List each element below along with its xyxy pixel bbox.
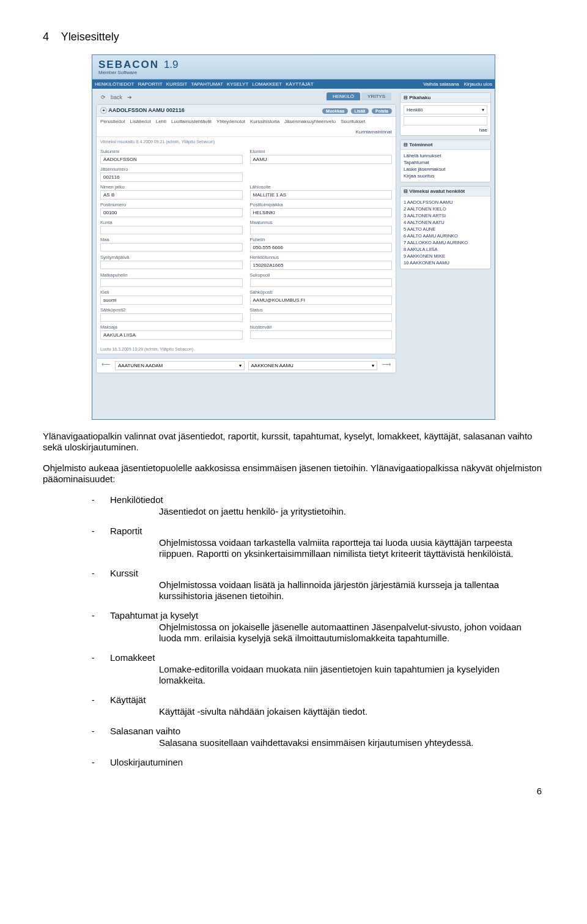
recent-item[interactable]: 6 AALTO AAMU AURINKO: [404, 233, 487, 239]
tab-henkilo[interactable]: HENKILÖ: [327, 92, 360, 100]
bullet-dash: -: [92, 758, 110, 767]
bullet-dash: -: [92, 653, 110, 663]
action-poista[interactable]: Poista: [372, 108, 392, 114]
next-arrow-icon[interactable]: ⟶: [381, 361, 392, 370]
list-item-name: Kurssit: [110, 568, 138, 578]
subtab-yhteydenotot[interactable]: Yhteydenotot: [216, 119, 245, 124]
expand-icon[interactable]: +: [100, 107, 107, 114]
nav-kayttajat[interactable]: KÄYTTÄJÄT: [286, 81, 313, 87]
action-muokkaa[interactable]: Muokkaa: [322, 108, 348, 114]
page-heading: 4 Yleisesittely: [43, 31, 544, 43]
list-item-desc: Ohjelmistossa voidaan tarkastella valmii…: [159, 537, 544, 559]
field-value: [100, 313, 243, 322]
actions-title: ⊟ Toiminnot: [401, 140, 490, 150]
action-laheta-tunnukset[interactable]: Lähetä tunnukset: [404, 152, 487, 159]
list-item-desc: Käyttäjät -sivulta nähdään jokaisen käyt…: [159, 706, 544, 717]
field-label: Postinumero: [100, 202, 243, 207]
quicksearch-button[interactable]: hae: [404, 127, 487, 133]
nav-kyselyt[interactable]: KYSELYT: [227, 81, 248, 87]
field-label: Sukunimi: [100, 149, 243, 154]
subtab-perustiedot[interactable]: Perustiedot: [100, 119, 125, 124]
field-label: Syntymäpäivä: [100, 255, 243, 260]
list-item-name: Salasanan vaihto: [110, 726, 180, 736]
list-item-desc: Salasana suositellaan vaihdettavaksi ens…: [159, 737, 544, 748]
back-arrow-icon[interactable]: ⟳: [101, 94, 106, 100]
subtab-kurssihistoria[interactable]: Kurssihistoria: [250, 119, 279, 124]
minus-icon[interactable]: ⊟: [404, 188, 408, 194]
minus-icon[interactable]: ⊟: [404, 142, 408, 147]
quicksearch-type-select[interactable]: Henkilö▾: [404, 105, 487, 114]
action-kirjaa-suoritus[interactable]: Kirjaa suoritus: [404, 173, 487, 179]
subtab-jasenmaksuyhteenveto[interactable]: Jäsenmaksuyhteenveto: [284, 119, 336, 124]
field-label: Sähköposti: [250, 289, 393, 295]
heading-text: Yleisesittely: [61, 31, 119, 43]
subtab-lisatiedot[interactable]: Lisätiedot: [130, 119, 150, 124]
bullet-dash: -: [92, 526, 110, 536]
recent-item[interactable]: 2 AALTONEN KIELO: [404, 206, 487, 212]
next-person-select[interactable]: AAKKONEN AAMU ▾: [248, 361, 378, 370]
field-value: [250, 330, 393, 339]
field-value: AADOLFSSON: [100, 155, 243, 164]
nav-kirjaudu-ulos[interactable]: Kirjaudu ulos: [464, 81, 492, 87]
fields-grid: SukunimiAADOLFSSONEtunimiAAMUJäsennumero…: [97, 146, 396, 345]
nav-lomakkeet[interactable]: LOMAKKEET: [252, 81, 282, 87]
list-item: -Henkilötiedot: [92, 494, 544, 505]
bullet-dash: -: [92, 611, 110, 620]
recent-item[interactable]: 8 AAKULA LIISA: [404, 246, 487, 253]
field-label: Etunimi: [250, 149, 393, 154]
prev-person-select[interactable]: AAATUNEN AADAM ▾: [115, 361, 245, 370]
pager-card: ⟵ AAATUNEN AADAM ▾ AAKKONEN AAMU ▾ ⟶: [96, 358, 396, 373]
subtab-luottamustehtavat[interactable]: Luottamustehtävät: [171, 119, 212, 124]
field-label: Jäsennumero: [100, 166, 243, 172]
intro-paragraph-2: Ohjelmisto aukeaa jäsentietopuolelle aak…: [43, 463, 544, 485]
recent-item[interactable]: 5 AALTO AUNE: [404, 226, 487, 233]
subtab-suoritukset[interactable]: Suoritukset: [341, 119, 365, 124]
field-label: Lähiosoite: [250, 184, 393, 190]
field-value: [250, 278, 393, 287]
forward-arrow-icon[interactable]: ➔: [127, 94, 132, 100]
action-lisaa[interactable]: Lisää: [351, 108, 369, 114]
tab-yritys[interactable]: YRITYS: [361, 92, 391, 100]
quicksearch-input[interactable]: [404, 116, 487, 125]
field-label: Maatunnus: [250, 220, 393, 225]
list-item-name: Henkilötiedot: [110, 494, 163, 505]
back-label: back: [111, 94, 122, 100]
field-label: Postitoimipaikka: [250, 202, 393, 207]
minus-icon[interactable]: ⊟: [404, 95, 408, 100]
field-value: 150202A1665: [250, 261, 393, 270]
card-actions: Muokkaa Lisää Poista: [321, 108, 392, 114]
card-modified-meta: Viimeksi muokattu 8.4.2009 09:21 (admin,…: [97, 137, 396, 146]
nav-henkilotiedot[interactable]: HENKILÖTIEDOT: [95, 81, 134, 87]
nav-kurssit[interactable]: KURSSIT: [166, 81, 188, 87]
subtab-kunniamaininnat[interactable]: Kunniamaininnat: [355, 129, 392, 135]
field-label: Sukupuoli: [250, 272, 393, 278]
subtab-lehti[interactable]: Lehti: [156, 119, 166, 124]
field-value: MALLITIE 1 AS: [250, 190, 393, 199]
recent-item[interactable]: 3 AALTONEN ARTSI: [404, 212, 487, 219]
nav-tapahtumat[interactable]: TAPAHTUMAT: [191, 81, 223, 87]
bullet-dash: -: [92, 495, 110, 505]
field-value: HELSINKI: [250, 208, 393, 217]
field-value: AS B: [100, 190, 243, 199]
recent-title: ⊟ Viimeksi avatut henkilöt: [401, 187, 490, 196]
recent-item[interactable]: 7 AALLOKKO AAMU AURINKO: [404, 239, 487, 246]
list-item-desc: Jäsentiedot on jaettu henkilö- ja yritys…: [159, 506, 544, 517]
recent-item[interactable]: 10 AAKKONEN AAMU: [404, 259, 487, 266]
bullet-dash: -: [92, 695, 110, 705]
field-value: [100, 261, 243, 269]
recent-item[interactable]: 4 AALTONEN AATU: [404, 219, 487, 226]
action-laske-jasenmaksut[interactable]: Laske jäsenmaksut: [404, 166, 487, 173]
nav-vaihda-salasana[interactable]: Vaihda salasana: [423, 81, 459, 87]
prev-arrow-icon[interactable]: ⟵: [100, 361, 111, 370]
list-item-name: Raportit: [110, 526, 142, 536]
action-tapahtumat[interactable]: Tapahtumat: [404, 159, 487, 166]
recent-item[interactable]: 1 AADOLFSSON AAMU: [404, 199, 487, 206]
field-label: Nimen jatko: [100, 184, 243, 190]
field-label: Status: [250, 307, 393, 313]
nav-raportit[interactable]: RAPORTIT: [138, 81, 162, 87]
field-value: 00100: [100, 208, 243, 217]
list-item-desc: Ohjelmistossa on jokaiselle jäsenelle au…: [159, 622, 544, 644]
subtabs: Perustiedot Lisätiedot Lehti Luottamuste…: [97, 117, 396, 137]
field-label: Maa: [100, 237, 243, 242]
recent-item[interactable]: 9 AAKKONEN MIKE: [404, 253, 487, 259]
